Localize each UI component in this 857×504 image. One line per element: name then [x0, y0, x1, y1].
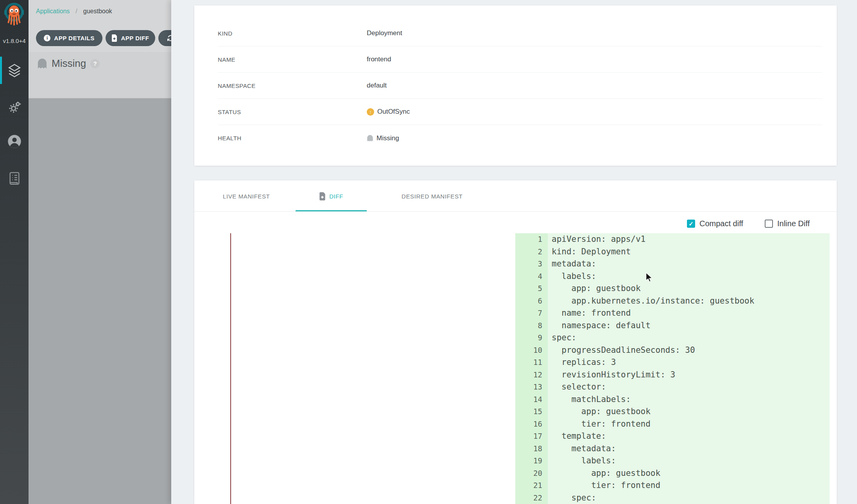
diff-line: 15 app: guestbook: [515, 406, 830, 418]
diff-line: 16 tier: frontend: [515, 418, 830, 431]
field-value: default: [367, 82, 387, 89]
sidebar-item-docs[interactable]: [0, 165, 29, 193]
field-label: KIND: [218, 30, 367, 37]
diff-line: 10 progressDeadlineSeconds: 30: [515, 344, 830, 357]
breadcrumb-applications-link[interactable]: Applications: [36, 8, 70, 15]
diff-line-text: replicas: 3: [548, 356, 616, 369]
mouse-cursor: [645, 272, 653, 284]
compact-diff-label: Compact diff: [699, 219, 743, 228]
health-text: Missing: [377, 134, 399, 142]
diff-line: 3 metadata:: [515, 258, 830, 270]
inline-diff-option[interactable]: Inline Diff: [765, 219, 810, 228]
diff-line: 20 app: guestbook: [515, 467, 830, 480]
diff-line-number: 14: [515, 393, 548, 406]
sidebar-item-user[interactable]: [0, 128, 29, 155]
app-details-button[interactable]: i APP DETAILS: [36, 30, 102, 46]
diff-left-pane-marker: [230, 233, 231, 504]
diff-line-number: 8: [515, 320, 548, 332]
resource-summary-card: KIND Deployment NAME frontend NAMESPACE …: [194, 5, 837, 166]
diff-line-text: namespace: default: [548, 320, 651, 332]
diff-line-text: metadata:: [548, 258, 596, 270]
help-icon[interactable]: ?: [90, 59, 100, 68]
diff-line: 2 kind: Deployment: [515, 246, 830, 258]
diff-line-number: 2: [515, 246, 548, 258]
diff-line-text: matchLabels:: [548, 393, 631, 406]
diff-line: 1 apiVersion: apps/v1: [515, 233, 830, 246]
app-details-label: APP DETAILS: [54, 35, 94, 41]
diff-line-number: 4: [515, 270, 548, 283]
breadcrumb-current-app: guestbook: [83, 8, 112, 15]
resource-slider-panel: × KIND Deployment NAME frontend NAMESPAC…: [171, 0, 857, 504]
diff-line-number: 18: [515, 443, 548, 455]
diff-line-text: name: frontend: [548, 307, 631, 320]
out-of-sync-icon: [367, 108, 374, 116]
diff-line-text: app: guestbook: [548, 406, 651, 418]
diff-line: 18 metadata:: [515, 443, 830, 455]
diff-line-number: 20: [515, 467, 548, 480]
diff-line: 4 labels:: [515, 270, 830, 283]
compact-diff-checkbox[interactable]: [687, 220, 695, 228]
diff-line-number: 5: [515, 282, 548, 295]
diff-line-text: selector:: [548, 381, 606, 393]
tab-diff[interactable]: DIFF: [296, 181, 367, 212]
diff-line-text: kind: Deployment: [548, 246, 631, 258]
summary-row-namespace: NAMESPACE default: [218, 73, 823, 99]
sidebar-item-applications[interactable]: [0, 57, 29, 84]
layers-icon: [7, 63, 22, 78]
diff-line-text: app: guestbook: [548, 467, 660, 480]
diff-line-number: 16: [515, 418, 548, 431]
diff-line-text: tier: frontend: [548, 418, 651, 431]
diff-line-number: 3: [515, 258, 548, 270]
version-label: v1.8.0+4: [0, 38, 29, 44]
inline-diff-checkbox[interactable]: [765, 220, 773, 228]
file-plus-icon: [319, 192, 326, 200]
diff-line-number: 17: [515, 430, 548, 443]
diff-line: 11 replicas: 3: [515, 356, 830, 369]
field-value: Missing: [367, 134, 399, 142]
summary-row-status: STATUS OutOfSync: [218, 99, 823, 125]
diff-line-number: 21: [515, 479, 548, 492]
diff-line-text: spec:: [548, 332, 576, 344]
diff-line-text: labels:: [548, 270, 596, 283]
docs-icon: [8, 172, 21, 186]
field-label: NAMESPACE: [218, 82, 367, 89]
diff-line-number: 10: [515, 344, 548, 357]
diff-line-text: template:: [548, 430, 606, 443]
diff-line: 8 namespace: default: [515, 320, 830, 332]
manifest-card: LIVE MANIFEST DIFF DESIRED MANIFEST Comp…: [194, 181, 837, 504]
diff-line-number: 15: [515, 406, 548, 418]
field-label: STATUS: [218, 109, 367, 115]
field-value: Deployment: [367, 29, 402, 37]
app-diff-button[interactable]: APP DIFF: [106, 30, 155, 46]
app-diff-label: APP DIFF: [121, 35, 149, 41]
diff-line-number: 11: [515, 356, 548, 369]
diff-line-number: 19: [515, 455, 548, 467]
compact-diff-option[interactable]: Compact diff: [687, 219, 743, 228]
field-label: NAME: [218, 56, 367, 63]
diff-line: 14 matchLabels:: [515, 393, 830, 406]
tabs-divider: [194, 211, 837, 212]
inline-diff-label: Inline Diff: [777, 219, 810, 228]
ghost-icon: [367, 134, 373, 142]
diff-added-pane: 1 apiVersion: apps/v1 2 kind: Deployment…: [515, 233, 830, 504]
diff-line-number: 6: [515, 295, 548, 307]
diff-line: 5 app: guestbook: [515, 282, 830, 295]
health-status-text: Missing: [52, 57, 86, 70]
breadcrumb-separator: /: [75, 8, 77, 15]
ghost-icon: [37, 58, 47, 70]
tab-live-manifest[interactable]: LIVE MANIFEST: [223, 181, 270, 212]
summary-row-kind: KIND Deployment: [218, 20, 823, 46]
summary-row-name: NAME frontend: [218, 46, 823, 73]
sidebar-item-settings[interactable]: [0, 94, 29, 121]
diff-line: 17 template:: [515, 430, 830, 443]
tab-desired-manifest[interactable]: DESIRED MANIFEST: [402, 181, 463, 212]
diff-line-text: labels:: [548, 455, 616, 467]
diff-line-number: 13: [515, 381, 548, 393]
diff-line: 9 spec:: [515, 332, 830, 344]
diff-line: 22 spec:: [515, 492, 830, 504]
sidebar: v1.8.0+4: [0, 0, 29, 504]
diff-line-text: app: guestbook: [548, 282, 641, 295]
tab-diff-label: DIFF: [329, 193, 343, 200]
diff-line: 7 name: frontend: [515, 307, 830, 320]
diff-line-number: 1: [515, 233, 548, 246]
